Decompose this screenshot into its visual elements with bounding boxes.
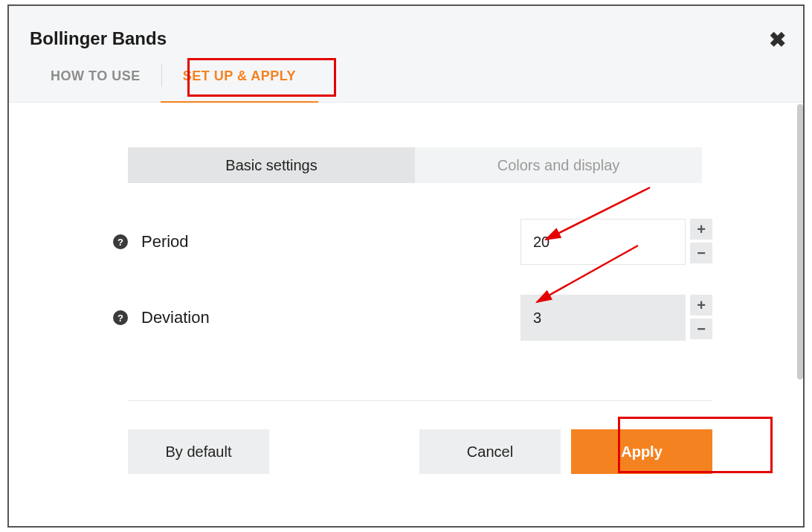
tab-bar: HOW TO USE SET UP & APPLY	[34, 58, 312, 102]
period-input[interactable]	[521, 219, 686, 265]
label-period: Period	[141, 232, 394, 251]
row-deviation: ? Deviation + −	[113, 295, 744, 341]
scrollbar-thumb[interactable]	[797, 104, 803, 379]
dialog-content: Basic settings Colors and display ? Peri…	[9, 103, 803, 504]
by-default-button[interactable]: By default	[128, 429, 269, 474]
settings-segmented-control: Basic settings Colors and display	[128, 147, 702, 183]
dialog-title: Bollinger Bands	[30, 28, 167, 49]
help-icon[interactable]: ?	[113, 310, 128, 325]
separator	[128, 400, 712, 401]
label-deviation: Deviation	[141, 308, 394, 327]
deviation-stepper: + −	[521, 295, 712, 341]
help-icon[interactable]: ?	[113, 234, 128, 249]
period-decrement-button[interactable]: −	[690, 243, 712, 263]
cancel-button[interactable]: Cancel	[419, 429, 561, 474]
segment-colors-and-display[interactable]: Colors and display	[415, 147, 702, 183]
row-period: ? Period + −	[113, 219, 744, 265]
segment-basic-settings[interactable]: Basic settings	[128, 147, 415, 183]
tab-setup-apply[interactable]: SET UP & APPLY	[167, 58, 312, 102]
tab-how-to-use[interactable]: HOW TO USE	[34, 58, 157, 102]
period-stepper: + −	[521, 219, 712, 265]
dialog-header: Bollinger Bands ✖ HOW TO USE SET UP & AP…	[9, 6, 803, 103]
close-icon[interactable]: ✖	[764, 27, 790, 52]
tab-divider	[161, 63, 162, 87]
dialog-frame: Bollinger Bands ✖ HOW TO USE SET UP & AP…	[7, 4, 805, 528]
deviation-decrement-button[interactable]: −	[690, 318, 712, 339]
dialog-footer: By default Cancel Apply	[128, 429, 712, 474]
period-increment-button[interactable]: +	[690, 219, 712, 240]
deviation-input[interactable]	[521, 295, 686, 341]
deviation-increment-button[interactable]: +	[690, 295, 712, 315]
apply-button[interactable]: Apply	[571, 429, 712, 474]
